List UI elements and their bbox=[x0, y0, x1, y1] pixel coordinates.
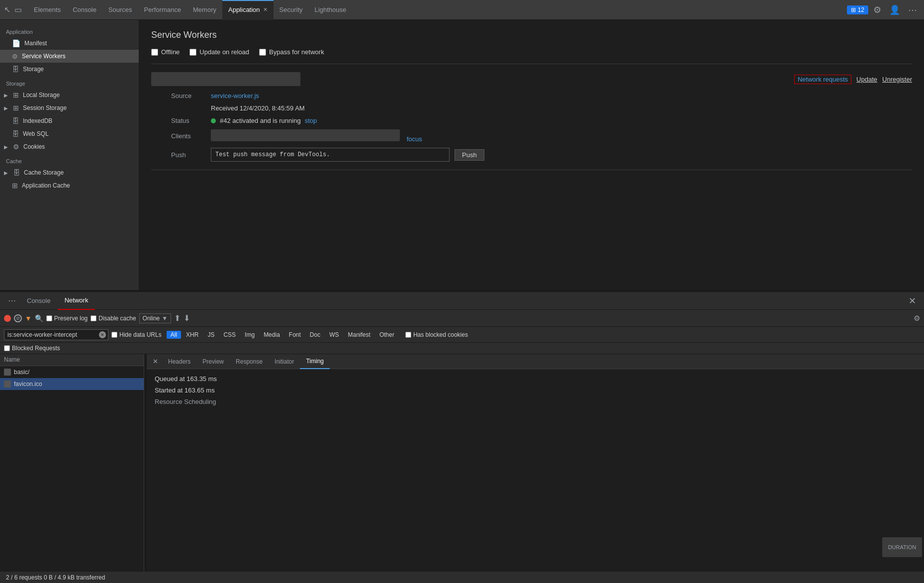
blocked-requests-bar: Blocked Requests bbox=[0, 343, 924, 354]
tab-elements[interactable]: Elements bbox=[28, 0, 67, 20]
filter-icon[interactable]: ▼ bbox=[25, 314, 32, 322]
search-icon[interactable]: 🔍 bbox=[35, 314, 43, 322]
offline-label[interactable]: Offline bbox=[151, 48, 180, 56]
tab-performance[interactable]: Performance bbox=[138, 0, 187, 20]
device-icon[interactable]: ▭ bbox=[14, 5, 22, 14]
filter-all[interactable]: All bbox=[167, 331, 181, 339]
has-blocked-cookies-label[interactable]: Has blocked cookies bbox=[405, 331, 468, 338]
push-button[interactable]: Push bbox=[455, 149, 484, 161]
update-on-reload-label[interactable]: Update on reload bbox=[189, 48, 249, 56]
hide-data-urls-label[interactable]: Hide data URLs bbox=[111, 331, 162, 338]
tab-application[interactable]: Application ✕ bbox=[222, 0, 274, 20]
upload-icon[interactable]: ⬆ bbox=[174, 313, 181, 323]
detail-close-icon[interactable]: ✕ bbox=[149, 356, 162, 367]
drawer-close-icon[interactable]: ✕ bbox=[905, 293, 920, 308]
disable-cache-label[interactable]: Disable cache bbox=[91, 315, 136, 322]
filter-media[interactable]: Media bbox=[260, 331, 284, 339]
tab-security[interactable]: Security bbox=[274, 0, 309, 20]
sw-actions: Network requests Update Unregister bbox=[794, 75, 912, 84]
bypass-for-network-checkbox[interactable] bbox=[259, 49, 266, 56]
tab-close-icon[interactable]: ✕ bbox=[263, 6, 268, 13]
settings-button[interactable]: ⚙ bbox=[870, 2, 884, 17]
local-storage-icon: ⊞ bbox=[13, 91, 19, 99]
filter-other[interactable]: Other bbox=[375, 331, 398, 339]
focus-link[interactable]: focus bbox=[407, 135, 422, 143]
sidebar-item-manifest[interactable]: 📄 Manifest bbox=[0, 37, 139, 50]
detail-tab-response[interactable]: Response bbox=[230, 354, 269, 369]
sidebar-item-service-workers[interactable]: ⚙ Service Workers bbox=[0, 50, 139, 63]
timing-resource-scheduling: Resource Scheduling bbox=[155, 398, 916, 405]
tab-lighthouse[interactable]: Lighthouse bbox=[309, 0, 353, 20]
blocked-requests-checkbox[interactable] bbox=[4, 345, 10, 351]
request-item-icon bbox=[4, 381, 11, 388]
filter-js[interactable]: JS bbox=[203, 331, 218, 339]
request-list-header: Name bbox=[0, 354, 144, 366]
sidebar-item-local-storage[interactable]: ▶ ⊞ Local Storage bbox=[0, 89, 139, 101]
sidebar-item-application-cache[interactable]: ⊞ Application Cache bbox=[0, 179, 139, 192]
cursor-icons: ↖ ▭ bbox=[4, 5, 22, 14]
filter-xhr[interactable]: XHR bbox=[182, 331, 202, 339]
detail-panel: ✕ Headers Preview Response Initiator Tim… bbox=[147, 354, 924, 571]
request-items: basic/ favicon.ico bbox=[0, 366, 144, 390]
record-button[interactable] bbox=[4, 315, 11, 322]
tab-memory[interactable]: Memory bbox=[187, 0, 222, 20]
filter-css[interactable]: CSS bbox=[219, 331, 240, 339]
throttle-dropdown[interactable]: Online ▼ bbox=[139, 313, 172, 323]
detail-tabs: ✕ Headers Preview Response Initiator Tim… bbox=[147, 354, 924, 369]
detail-tab-timing[interactable]: Timing bbox=[300, 354, 330, 369]
cookies-icon: ⚙ bbox=[13, 143, 19, 151]
has-blocked-cookies-checkbox[interactable] bbox=[405, 332, 411, 338]
sw-status-row: #42 activated and is running stop bbox=[211, 117, 912, 124]
stop-link[interactable]: stop bbox=[305, 117, 317, 124]
filter-font[interactable]: Font bbox=[285, 331, 305, 339]
update-on-reload-checkbox[interactable] bbox=[189, 49, 196, 56]
filter-ws[interactable]: WS bbox=[325, 331, 343, 339]
sidebar-item-cache-storage[interactable]: ▶ 🗄 Cache Storage bbox=[0, 166, 139, 179]
cursor-icon[interactable]: ↖ bbox=[4, 5, 10, 14]
tab-console[interactable]: Console bbox=[67, 0, 102, 20]
bypass-for-network-label[interactable]: Bypass for network bbox=[259, 48, 324, 56]
status-green-dot bbox=[211, 118, 216, 123]
more-button[interactable]: ⋯ bbox=[905, 2, 920, 17]
main-layout: Application 📄 Manifest ⚙ Service Workers… bbox=[0, 20, 924, 583]
sidebar-item-cookies[interactable]: ▶ ⚙ Cookies bbox=[0, 140, 139, 153]
drawer-tab-network[interactable]: Network bbox=[58, 292, 95, 310]
sw-entry: Network requests Update Unregister Sourc… bbox=[151, 72, 912, 170]
push-input[interactable] bbox=[211, 148, 450, 162]
network-toolbar: ⊘ ▼ 🔍 Preserve log Disable cache Online … bbox=[0, 310, 924, 327]
filter-img[interactable]: Img bbox=[241, 331, 259, 339]
filter-clear-icon[interactable]: ✕ bbox=[99, 331, 106, 338]
preserve-log-label[interactable]: Preserve log bbox=[46, 315, 88, 322]
drawer-tabbar: ⋯ Console Network ✕ bbox=[0, 292, 924, 310]
update-button[interactable]: Update bbox=[856, 76, 877, 83]
frames-badge-button[interactable]: ⊞ 12 bbox=[847, 5, 868, 14]
request-item-basic[interactable]: basic/ bbox=[0, 366, 144, 378]
tab-sources[interactable]: Sources bbox=[102, 0, 138, 20]
sw-panel-title: Service Workers bbox=[151, 30, 912, 40]
sw-url-bar bbox=[151, 72, 300, 86]
network-settings-icon[interactable]: ⚙ bbox=[914, 314, 920, 323]
profile-button[interactable]: 👤 bbox=[886, 2, 903, 17]
sidebar-item-storage[interactable]: 🗄 Storage bbox=[0, 63, 139, 76]
filter-input[interactable] bbox=[7, 331, 97, 338]
download-icon[interactable]: ⬇ bbox=[184, 313, 190, 323]
filter-manifest[interactable]: Manifest bbox=[344, 331, 374, 339]
detail-tab-initiator[interactable]: Initiator bbox=[269, 354, 300, 369]
unregister-button[interactable]: Unregister bbox=[882, 76, 912, 83]
hide-data-urls-checkbox[interactable] bbox=[111, 332, 117, 338]
detail-tab-preview[interactable]: Preview bbox=[196, 354, 230, 369]
network-requests-button[interactable]: Network requests bbox=[794, 75, 851, 84]
sidebar-item-session-storage[interactable]: ▶ ⊞ Session Storage bbox=[0, 101, 139, 114]
clear-button[interactable]: ⊘ bbox=[14, 314, 22, 322]
drawer-tab-console[interactable]: Console bbox=[20, 292, 58, 310]
preserve-log-checkbox[interactable] bbox=[46, 315, 52, 321]
filter-doc[interactable]: Doc bbox=[306, 331, 324, 339]
drawer-more-icon[interactable]: ⋯ bbox=[4, 294, 20, 307]
source-link[interactable]: service-worker.js bbox=[211, 92, 259, 99]
detail-tab-headers[interactable]: Headers bbox=[162, 354, 196, 369]
sidebar-item-websql[interactable]: 🗄 Web SQL bbox=[0, 127, 139, 140]
offline-checkbox[interactable] bbox=[151, 49, 158, 56]
disable-cache-checkbox[interactable] bbox=[91, 315, 96, 321]
request-item-favicon[interactable]: favicon.ico bbox=[0, 378, 144, 390]
sidebar-item-indexeddb[interactable]: 🗄 IndexedDB bbox=[0, 114, 139, 127]
